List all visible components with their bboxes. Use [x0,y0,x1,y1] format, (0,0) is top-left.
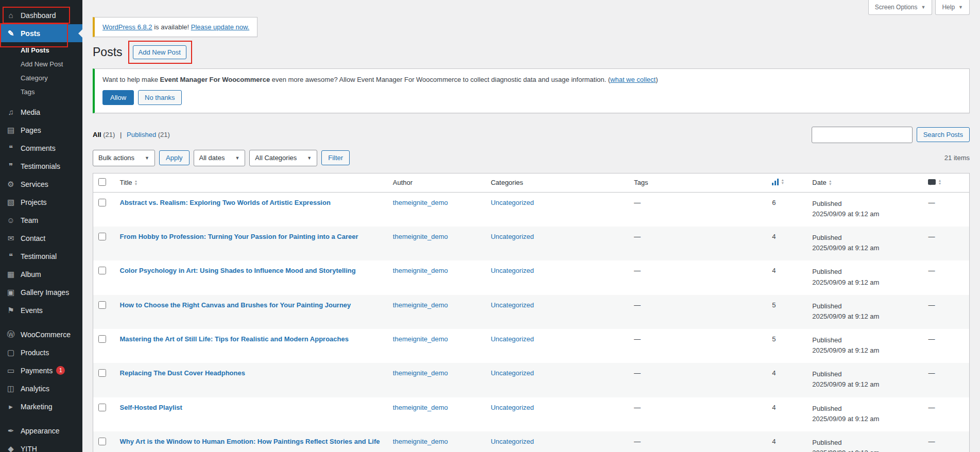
author-link[interactable]: themeignite_demo [393,369,448,377]
plugin-name: Event Manager For Woocommerce [160,76,270,83]
sort-arrows-icon: ▲▼ [938,179,941,185]
post-status: Published [812,336,841,344]
sidebar-item-label: Events [21,306,43,315]
category-link[interactable]: Uncategorized [491,233,534,240]
category-link[interactable]: Uncategorized [491,301,534,309]
filter-button[interactable]: Filter [321,150,350,165]
admin-sidebar: ⌂ Dashboard ✎ Posts All Posts Add New Po… [0,0,82,452]
tags-cell: — [629,431,767,452]
author-link[interactable]: themeignite_demo [393,199,448,206]
sidebar-item-contact[interactable]: ✉ Contact [0,229,82,247]
post-title-link[interactable]: From Hobby to Profession: Turning Your P… [120,233,358,240]
sidebar-item-payments[interactable]: ▭ Payments 1 [0,361,82,379]
add-new-post-button[interactable]: Add New Post [133,45,186,59]
search-input[interactable] [812,127,913,143]
post-title-link[interactable]: Color Psychology in Art: Using Shades to… [120,267,356,274]
sidebar-item-testimonial[interactable]: ❝ Testimonial [0,247,82,265]
no-thanks-button[interactable]: No thanks [138,90,182,105]
sidebar-item-dashboard[interactable]: ⌂ Dashboard [0,6,82,24]
sidebar-subitem-category[interactable]: Category [0,71,82,85]
update-now-link[interactable]: Please update now. [191,23,249,31]
post-title-link[interactable]: How to Choose the Right Canvas and Brush… [120,301,351,309]
row-checkbox[interactable] [98,199,106,206]
sort-by-date-header[interactable]: Date ▲▼ [812,179,832,186]
stats-chart-icon [772,179,779,185]
category-link[interactable]: Uncategorized [491,335,534,343]
select-all-checkbox[interactable] [98,178,106,186]
screen-options-button[interactable]: Screen Options ▼ [868,0,933,15]
post-title-link[interactable]: Why Art is the Window to Human Emotion: … [120,438,380,445]
post-title-link[interactable]: Mastering the Art of Still Life: Tips fo… [120,335,349,343]
sidebar-item-label: Appearance [21,427,60,435]
author-link[interactable]: themeignite_demo [393,404,448,411]
what-we-collect-link[interactable]: what we collect [610,76,656,83]
author-link[interactable]: themeignite_demo [393,335,448,343]
allow-button[interactable]: Allow [102,90,134,105]
row-checkbox[interactable] [98,233,106,240]
sort-by-comments-header[interactable]: ▲▼ [928,179,941,185]
author-link[interactable]: themeignite_demo [393,301,448,309]
categories-filter-select[interactable]: All Categories ▼ [249,150,317,166]
category-link[interactable]: Uncategorized [491,369,534,377]
row-checkbox[interactable] [98,438,106,445]
view-all-count: (21) [103,131,115,138]
views-count: 6 [767,192,807,227]
help-button[interactable]: Help ▼ [935,0,970,15]
sidebar-subitem-tags[interactable]: Tags [0,85,82,99]
sidebar-subitem-add-new-post[interactable]: Add New Post [0,57,82,71]
row-checkbox[interactable] [98,267,106,274]
categories-filter-value: All Categories [255,154,297,162]
views-count: 4 [767,431,807,452]
sidebar-item-media[interactable]: ♫ Media [0,103,82,121]
sidebar-item-analytics[interactable]: ◫ Analytics [0,379,82,397]
sort-arrows-icon: ▲▼ [829,180,832,186]
sort-by-views-header[interactable]: ▲▼ [772,179,784,185]
author-link[interactable]: themeignite_demo [393,267,448,274]
category-link[interactable]: Uncategorized [491,199,534,206]
comments-cell: — [923,329,969,363]
views-count: 4 [767,397,807,431]
sidebar-item-team[interactable]: ☺ Team [0,211,82,229]
wordpress-version-link[interactable]: WordPress 6.8.2 [102,23,152,31]
sidebar-item-appearance[interactable]: ✒ Appearance [0,422,82,440]
row-checkbox[interactable] [98,369,106,377]
sidebar-item-yith[interactable]: ◆ YITH [0,440,82,452]
sidebar-item-label: Comments [21,144,56,152]
sidebar-item-album[interactable]: ▦ Album [0,265,82,283]
view-published-link[interactable]: Published [127,131,156,138]
post-title-link[interactable]: Self-Hosted Playlist [120,404,182,411]
sidebar-item-products[interactable]: ▢ Products [0,343,82,361]
author-link[interactable]: themeignite_demo [393,438,448,445]
row-checkbox[interactable] [98,404,106,411]
sidebar-item-label: Pages [21,126,41,134]
sidebar-item-comments[interactable]: ❝ Comments [0,139,82,157]
sidebar-item-testimonials[interactable]: ❞ Testimonials [0,157,82,175]
sort-by-title-header[interactable]: Title ▲▼ [120,179,138,186]
row-checkbox[interactable] [98,301,106,309]
sidebar-item-events[interactable]: ⚑ Events [0,301,82,319]
apply-button[interactable]: Apply [159,150,190,165]
category-link[interactable]: Uncategorized [491,404,534,411]
sidebar-item-label: Media [21,108,40,116]
sidebar-item-woocommerce[interactable]: Ⓦ WooCommerce [0,325,82,343]
sidebar-item-services[interactable]: ⚙ Services [0,175,82,193]
view-all-link[interactable]: All [93,131,101,138]
comments-cell: — [923,363,969,397]
post-title-link[interactable]: Abstract vs. Realism: Exploring Two Worl… [120,199,331,206]
author-link[interactable]: themeignite_demo [393,233,448,240]
help-label: Help [942,4,955,11]
bulk-actions-select[interactable]: Bulk actions ▼ [93,150,155,166]
category-link[interactable]: Uncategorized [491,267,534,274]
sidebar-item-pages[interactable]: ▤ Pages [0,121,82,139]
sidebar-item-gallery-images[interactable]: ▣ Gallery Images [0,283,82,301]
row-checkbox[interactable] [98,335,106,343]
post-title-link[interactable]: Replacing The Dust Cover Headphones [120,369,245,377]
title-column-label: Title [120,179,132,186]
sidebar-item-projects[interactable]: ▧ Projects [0,193,82,211]
category-link[interactable]: Uncategorized [491,438,534,445]
sidebar-subitem-all-posts[interactable]: All Posts [0,43,82,57]
sidebar-item-posts[interactable]: ✎ Posts [0,24,82,42]
search-posts-button[interactable]: Search Posts [917,127,970,142]
sidebar-item-marketing[interactable]: ▸ Marketing [0,397,82,415]
dates-filter-select[interactable]: All dates ▼ [194,150,246,166]
